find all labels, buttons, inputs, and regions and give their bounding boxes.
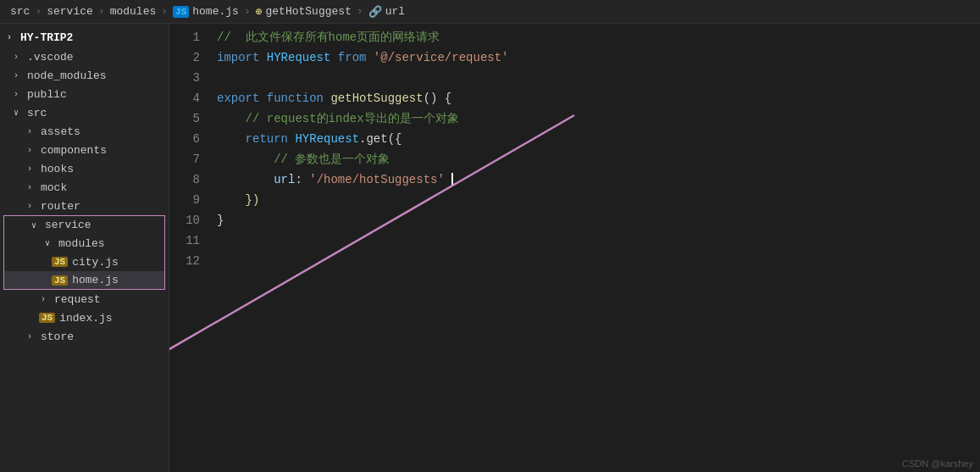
code-line-10: } bbox=[210, 210, 980, 230]
components-chevron: › bbox=[27, 146, 41, 155]
code-colon: : bbox=[295, 173, 309, 186]
sidebar-item-public[interactable]: › public bbox=[0, 85, 169, 103]
code-comment-5: // request的index导出的是一个对象 bbox=[246, 111, 459, 126]
code-get-call: .get({ bbox=[359, 132, 401, 146]
sidebar-label-store: store bbox=[41, 330, 74, 343]
line-num-11: 11 bbox=[169, 230, 200, 251]
code-line-1: // 此文件保存所有home页面的网络请求 bbox=[210, 27, 980, 47]
code-close-brace: }) bbox=[246, 193, 260, 207]
code-import-path: '@/service/request' bbox=[374, 51, 509, 64]
code-indent-8 bbox=[217, 173, 274, 186]
sidebar-item-components[interactable]: › components bbox=[0, 141, 169, 159]
breadcrumb-homejs[interactable]: home.js bbox=[192, 5, 239, 18]
homejs-badge: JS bbox=[52, 275, 68, 286]
request-chevron: › bbox=[41, 295, 54, 304]
code-line-4: export function getHotSuggest() { bbox=[210, 88, 980, 108]
code-indent-7 bbox=[217, 153, 274, 166]
line-num-12: 12 bbox=[169, 251, 200, 271]
breadcrumb-src[interactable]: src bbox=[10, 5, 30, 18]
line-num-4: 4 bbox=[169, 88, 200, 108]
watermark: CSDN @karshey bbox=[902, 458, 973, 469]
sidebar-label-service: service bbox=[45, 219, 91, 231]
breadcrumb-url[interactable]: url bbox=[385, 5, 405, 18]
breadcrumb-modules[interactable]: modules bbox=[110, 5, 157, 18]
code-url-value: '/home/hotSuggests' bbox=[309, 173, 445, 186]
indexjs-badge: JS bbox=[39, 313, 55, 323]
code-indent-5 bbox=[217, 112, 246, 125]
project-chevron: › bbox=[7, 33, 20, 42]
main-layout: › HY-TRIP2 › .vscode › node_modules › pu… bbox=[0, 24, 980, 472]
service-chevron: ∨ bbox=[31, 220, 45, 230]
code-function-kw: function bbox=[267, 92, 331, 105]
cityjs-badge: JS bbox=[52, 257, 68, 267]
code-line-8: url: '/home/hotSuggests' bbox=[210, 169, 980, 190]
breadcrumb-fn-icon: ⊕ bbox=[256, 5, 263, 19]
line-num-8: 8 bbox=[169, 169, 200, 190]
sidebar-label-request: request bbox=[54, 293, 101, 306]
sidebar-item-vscode[interactable]: › .vscode bbox=[0, 47, 169, 66]
sidebar: › HY-TRIP2 › .vscode › node_modules › pu… bbox=[0, 24, 169, 472]
sidebar-label-vscode: .vscode bbox=[27, 51, 74, 64]
sidebar-item-modules[interactable]: ∨ modules bbox=[3, 234, 165, 253]
assets-chevron: › bbox=[27, 127, 41, 136]
sidebar-item-hooks[interactable]: › hooks bbox=[0, 159, 169, 178]
code-export: export bbox=[217, 92, 267, 105]
sidebar-label-router: router bbox=[41, 200, 80, 213]
code-indent-6 bbox=[217, 132, 246, 146]
sidebar-item-request[interactable]: › request bbox=[0, 290, 169, 308]
node-modules-chevron: › bbox=[14, 71, 27, 81]
sidebar-item-homejs[interactable]: JS home.js bbox=[3, 271, 165, 290]
project-name: HY-TRIP2 bbox=[20, 31, 73, 44]
line-num-10: 10 bbox=[169, 210, 200, 230]
line-num-7: 7 bbox=[169, 149, 200, 169]
sidebar-label-assets: assets bbox=[41, 125, 80, 138]
breadcrumb: src › service › modules › JS home.js › ⊕… bbox=[0, 0, 980, 24]
sidebar-item-store[interactable]: › store bbox=[0, 327, 169, 346]
modules-chevron: ∨ bbox=[45, 238, 58, 248]
code-fn-name: getHotSuggest bbox=[330, 92, 423, 105]
breadcrumb-service[interactable]: service bbox=[47, 5, 93, 18]
sidebar-label-src: src bbox=[27, 107, 47, 119]
code-hyrequest-call: HYRequest bbox=[295, 132, 359, 146]
code-line-5: // request的index导出的是一个对象 bbox=[210, 108, 980, 129]
project-title[interactable]: › HY-TRIP2 bbox=[0, 27, 169, 47]
code-line-2: import HYRequest from '@/service/request… bbox=[210, 47, 980, 68]
code-line-11 bbox=[210, 230, 980, 251]
sidebar-item-assets[interactable]: › assets bbox=[0, 122, 169, 141]
sidebar-label-node-modules: node_modules bbox=[27, 69, 107, 82]
line-num-9: 9 bbox=[169, 190, 200, 210]
code-close-fn: } bbox=[217, 214, 224, 227]
sidebar-label-homejs: home.js bbox=[72, 274, 119, 286]
code-line-9: }) bbox=[210, 190, 980, 210]
sidebar-item-service[interactable]: ∨ service bbox=[3, 215, 165, 234]
src-chevron: ∨ bbox=[14, 108, 27, 118]
sidebar-label-components: components bbox=[41, 144, 107, 157]
sidebar-label-indexjs: index.js bbox=[59, 312, 112, 325]
sidebar-label-public: public bbox=[27, 88, 67, 101]
code-fn-parens: () { bbox=[424, 92, 452, 105]
code-url-prop: url bbox=[274, 173, 295, 186]
breadcrumb-link-icon: 🔗 bbox=[368, 5, 382, 19]
sidebar-item-node-modules[interactable]: › node_modules bbox=[0, 66, 169, 85]
store-chevron: › bbox=[27, 332, 41, 342]
code-indent-9 bbox=[217, 193, 246, 207]
public-chevron: › bbox=[14, 90, 27, 99]
sidebar-item-mock[interactable]: › mock bbox=[0, 178, 169, 197]
breadcrumb-gethotsugggest[interactable]: getHotSuggest bbox=[266, 5, 352, 18]
vscode-chevron: › bbox=[14, 53, 27, 62]
code-hyrequest-import: HYRequest bbox=[267, 51, 331, 64]
router-chevron: › bbox=[27, 202, 41, 211]
code-content[interactable]: // 此文件保存所有home页面的网络请求 import HYRequest f… bbox=[210, 24, 980, 472]
sidebar-item-cityjs[interactable]: JS city.js bbox=[3, 253, 165, 271]
sidebar-item-router[interactable]: › router bbox=[0, 197, 169, 215]
sidebar-item-src[interactable]: ∨ src bbox=[0, 103, 169, 122]
mock-chevron: › bbox=[27, 183, 41, 192]
code-comment-1: // 此文件保存所有home页面的网络请求 bbox=[217, 30, 440, 45]
code-line-12 bbox=[210, 251, 980, 271]
code-line-7: // 参数也是一个对象 bbox=[210, 149, 980, 169]
sidebar-item-indexjs[interactable]: JS index.js bbox=[0, 308, 169, 327]
editor: 1 2 3 4 5 6 7 8 9 10 11 12 // 此文件保存所有hom… bbox=[169, 24, 980, 472]
breadcrumb-js-icon: JS bbox=[173, 6, 189, 18]
line-numbers: 1 2 3 4 5 6 7 8 9 10 11 12 bbox=[169, 24, 210, 472]
sidebar-label-modules: modules bbox=[58, 237, 105, 250]
